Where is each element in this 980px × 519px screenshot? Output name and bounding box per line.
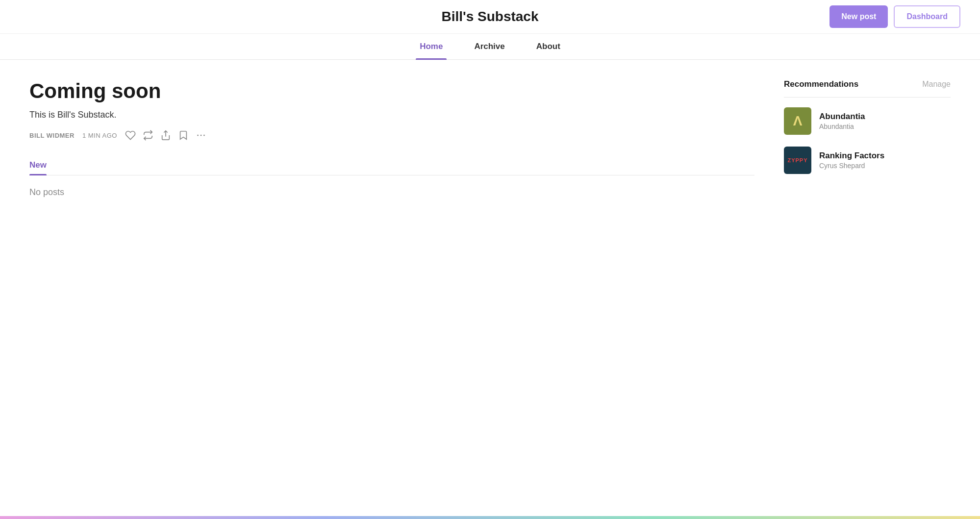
share-icon[interactable] [160, 130, 171, 141]
post-actions [125, 130, 206, 141]
recommendation-abundantia: Λ Abundantia Abundantia [784, 107, 951, 135]
featured-post: Coming soon This is Bill's Substack. BIL… [29, 79, 754, 141]
header-actions: New post Dashboard [829, 5, 960, 28]
header: Bill's Substack New post Dashboard [0, 0, 980, 34]
manage-link[interactable]: Manage [922, 80, 951, 89]
site-title: Bill's Substack [441, 9, 538, 25]
rec-avatar-abundantia: Λ [784, 107, 811, 135]
post-title: Coming soon [29, 79, 754, 103]
post-meta: BILL WIDMER 1 MIN AGO [29, 130, 754, 141]
like-icon[interactable] [125, 130, 136, 141]
rec-name-abundantia[interactable]: Abundantia [819, 112, 865, 122]
new-post-button[interactable]: New post [829, 5, 888, 28]
post-description: This is Bill's Substack. [29, 110, 754, 120]
nav-item-archive[interactable]: Archive [470, 34, 508, 59]
nav-item-about[interactable]: About [532, 34, 564, 59]
left-column: Coming soon This is Bill's Substack. BIL… [29, 79, 754, 198]
repost-icon[interactable] [143, 130, 153, 141]
rec-info-ranking-factors: Ranking Factors Cyrus Shepard [819, 151, 884, 170]
recommendation-ranking-factors: ZYPPY Ranking Factors Cyrus Shepard [784, 147, 951, 174]
tab-new[interactable]: New [29, 160, 47, 175]
right-column: Recommendations Manage Λ Abundantia Abun… [784, 79, 951, 198]
nav-item-home[interactable]: Home [416, 34, 447, 59]
svg-point-1 [197, 135, 199, 136]
more-icon[interactable] [196, 130, 206, 141]
rec-author-ranking-factors: Cyrus Shepard [819, 162, 884, 170]
rec-name-ranking-factors[interactable]: Ranking Factors [819, 151, 884, 161]
posts-tabs: New [29, 160, 754, 175]
rec-avatar-ranking-factors: ZYPPY [784, 147, 811, 174]
rec-info-abundantia: Abundantia Abundantia [819, 112, 865, 130]
rec-author-abundantia: Abundantia [819, 123, 865, 130]
recommendations-header: Recommendations Manage [784, 79, 951, 89]
dashboard-button[interactable]: Dashboard [894, 5, 960, 28]
recommendations-title: Recommendations [784, 79, 858, 89]
recommendations-divider [784, 97, 951, 98]
svg-point-2 [201, 135, 202, 136]
svg-point-3 [203, 135, 205, 136]
no-posts-message: No posts [29, 187, 754, 198]
main-content: Coming soon This is Bill's Substack. BIL… [0, 60, 980, 217]
nav: Home Archive About [0, 34, 980, 60]
bookmark-icon[interactable] [178, 130, 189, 141]
post-time: 1 MIN AGO [82, 132, 117, 139]
post-author: BILL WIDMER [29, 132, 75, 139]
